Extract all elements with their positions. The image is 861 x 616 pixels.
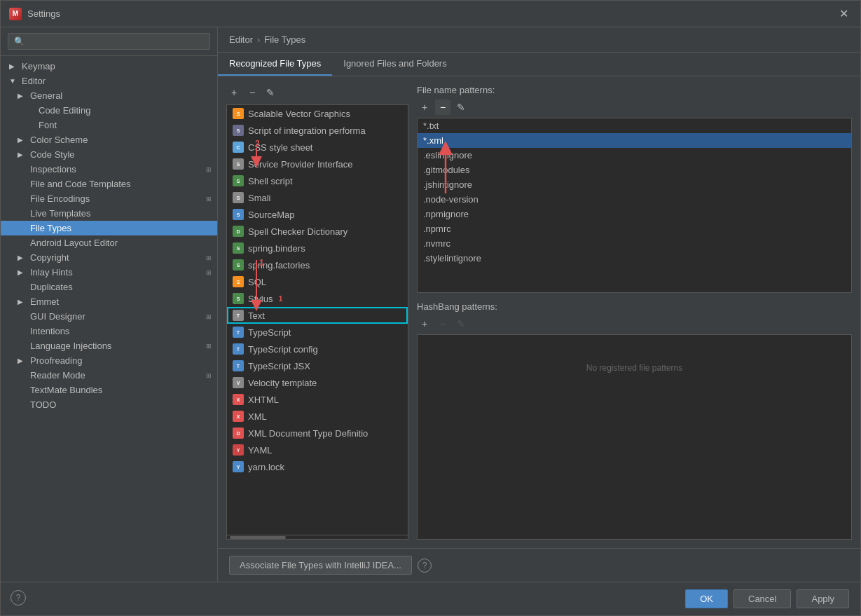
sidebar-item-inspections[interactable]: ▶ Inspections ⊞ <box>1 162 217 177</box>
sidebar-item-inlay-hints[interactable]: ▶ Inlay Hints ⊞ <box>1 265 217 280</box>
bottom-left-help-button[interactable]: ? <box>11 590 26 605</box>
list-item-xml[interactable]: *.xml <box>418 133 851 148</box>
sidebar-item-file-code-templates[interactable]: ▶ File and Code Templates <box>1 177 217 191</box>
sidebar-item-file-encodings[interactable]: ▶ File Encodings ⊞ <box>1 191 217 206</box>
tab-ignored-files-folders[interactable]: Ignored Files and Folders <box>332 53 457 76</box>
sidebar-item-emmet[interactable]: ▶ Emmet <box>1 294 217 309</box>
sidebar-item-language-injections[interactable]: ▶ Language Injections ⊞ <box>1 338 217 353</box>
sidebar-item-label: Inspections <box>30 164 76 174</box>
file-type-icon: T <box>233 327 244 338</box>
remove-file-type-button[interactable]: − <box>244 85 260 100</box>
sidebar-item-color-scheme[interactable]: ▶ Color Scheme <box>1 132 217 147</box>
tab-recognized-file-types[interactable]: Recognized File Types <box>218 53 332 76</box>
sidebar-item-label: Duplicates <box>30 282 73 292</box>
list-item[interactable]: T TypeScript <box>227 324 408 341</box>
list-item[interactable]: .nvmrc <box>418 236 851 251</box>
list-item[interactable]: T TypeScript JSX <box>227 357 408 374</box>
sidebar-item-label: Inlay Hints <box>30 267 73 278</box>
list-item[interactable]: S Script of integration performa <box>227 122 408 139</box>
sidebar-item-code-style[interactable]: ▶ Code Style <box>1 147 217 162</box>
search-input[interactable] <box>8 33 210 50</box>
sidebar-item-live-templates[interactable]: ▶ Live Templates <box>1 206 217 221</box>
add-pattern-button[interactable]: + <box>417 100 432 115</box>
cancel-button[interactable]: Cancel <box>733 589 791 608</box>
edit-hashbang-button[interactable]: ✎ <box>453 316 469 331</box>
file-type-icon: X <box>233 394 244 405</box>
list-item[interactable]: .jshintignore <box>418 177 851 192</box>
sidebar-item-code-editing[interactable]: ▶ Code Editing <box>1 103 217 118</box>
list-item[interactable]: S SourceMap <box>227 206 408 223</box>
chevron-icon: ▶ <box>18 151 26 158</box>
remove-pattern-button[interactable]: − <box>435 100 450 115</box>
file-type-icon: D <box>233 427 244 439</box>
sidebar-item-textmate-bundles[interactable]: ▶ TextMate Bundles <box>1 383 217 397</box>
sidebar-item-label: File and Code Templates <box>30 179 131 189</box>
list-item[interactable]: S Smali <box>227 189 408 206</box>
list-item[interactable]: T TypeScript config <box>227 341 408 357</box>
sidebar-item-font[interactable]: ▶ Font <box>1 118 217 132</box>
sidebar-item-todo[interactable]: ▶ TODO <box>1 397 217 412</box>
list-item[interactable]: C CSS style sheet <box>227 139 408 156</box>
list-item[interactable]: S Shell script <box>227 172 408 189</box>
list-item[interactable]: V Velocity template <box>227 374 408 391</box>
horizontal-scrollbar[interactable] <box>230 536 286 539</box>
left-panel: ▶ Keymap ▼ Editor ▶ General ▶ Code Editi… <box>1 27 218 582</box>
add-hashbang-button[interactable]: + <box>417 316 432 331</box>
sidebar-item-editor[interactable]: ▼ Editor <box>1 74 217 88</box>
help-icon-button[interactable]: ? <box>418 559 432 573</box>
list-item[interactable]: D XML Document Type Definitio <box>227 425 408 442</box>
badge-icon: ⊞ <box>206 313 212 320</box>
list-item[interactable]: .npmrc <box>418 221 851 236</box>
edit-pattern-button[interactable]: ✎ <box>453 100 469 115</box>
file-type-icon: T <box>233 310 244 321</box>
sidebar-item-reader-mode[interactable]: ▶ Reader Mode ⊞ <box>1 368 217 383</box>
list-item[interactable]: S SQL <box>227 273 408 290</box>
add-file-type-button[interactable]: + <box>226 85 242 100</box>
sidebar-item-android-layout-editor[interactable]: ▶ Android Layout Editor <box>1 235 217 250</box>
sidebar-item-keymap[interactable]: ▶ Keymap <box>1 59 217 74</box>
edit-file-type-button[interactable]: ✎ <box>263 85 278 100</box>
list-item[interactable]: S spring.factories <box>227 256 408 273</box>
list-item[interactable]: .gitmodules <box>418 163 851 177</box>
sidebar-item-intentions[interactable]: ▶ Intentions <box>1 324 217 338</box>
ok-button[interactable]: OK <box>685 589 728 608</box>
list-item[interactable]: Y YAML <box>227 442 408 458</box>
apply-button[interactable]: Apply <box>797 589 849 608</box>
list-item[interactable]: .npmignore <box>418 207 851 221</box>
chevron-icon: ▶ <box>18 268 26 276</box>
list-item[interactable]: X XHTML <box>227 391 408 408</box>
main-content: ▶ Keymap ▼ Editor ▶ General ▶ Code Editi… <box>1 27 860 582</box>
hashbang-patterns-list: No registered file patterns <box>417 334 852 540</box>
dialog-title: Settings <box>27 8 835 19</box>
list-item[interactable]: S spring.binders <box>227 240 408 256</box>
list-item[interactable]: Y yarn.lock <box>227 458 408 475</box>
list-item[interactable]: .eslintignore <box>418 148 851 163</box>
sidebar-item-gui-designer[interactable]: ▶ GUI Designer ⊞ <box>1 309 217 324</box>
badge-icon: ⊞ <box>206 269 212 276</box>
list-item[interactable]: .stylelintignore <box>418 251 851 266</box>
sidebar-item-label: Language Injections <box>30 341 111 351</box>
sidebar-item-label: Editor <box>22 76 46 86</box>
app-icon: M <box>9 8 22 20</box>
remove-hashbang-button[interactable]: − <box>435 316 450 331</box>
list-item[interactable]: D Spell Checker Dictionary <box>227 223 408 240</box>
list-item-text[interactable]: T Text <box>227 307 408 324</box>
sidebar-item-duplicates[interactable]: ▶ Duplicates <box>1 280 217 294</box>
list-item[interactable]: S Stylus 1 <box>227 290 408 307</box>
sidebar-item-file-types[interactable]: ▶ File Types <box>1 221 217 235</box>
list-item[interactable]: S Scalable Vector Graphics <box>227 105 408 122</box>
file-types-panel: + − ✎ S Scalable Vector Graphics S Scrip… <box>226 85 408 540</box>
list-item[interactable]: S Service Provider Interface <box>227 156 408 172</box>
list-item[interactable]: *.txt <box>418 118 851 133</box>
sidebar-item-label: File Encodings <box>30 193 90 204</box>
sidebar-item-copyright[interactable]: ▶ Copyright ⊞ <box>1 250 217 265</box>
list-item[interactable]: X XML <box>227 408 408 425</box>
sidebar-item-general[interactable]: ▶ General <box>1 88 217 103</box>
list-item[interactable]: .node-version <box>418 192 851 207</box>
chevron-icon: ▶ <box>18 254 26 261</box>
associate-file-types-button[interactable]: Associate File Types with IntelliJ IDEA.… <box>229 556 412 575</box>
file-type-icon: D <box>233 226 244 237</box>
file-types-list: S Scalable Vector Graphics S Script of i… <box>226 104 408 535</box>
sidebar-item-proofreading[interactable]: ▶ Proofreading <box>1 353 217 368</box>
close-button[interactable]: ✕ <box>835 6 852 22</box>
